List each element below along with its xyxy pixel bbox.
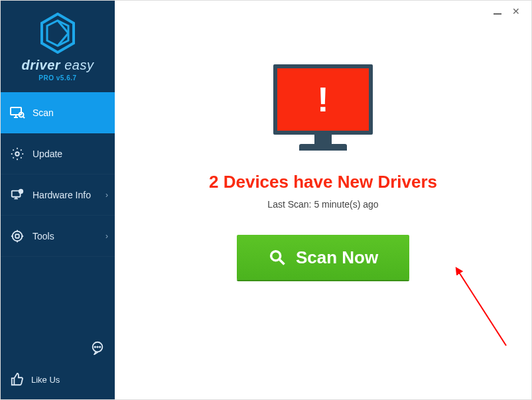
svg-rect-16 [15, 234, 19, 238]
sidebar-bottom-icons [1, 336, 115, 360]
svg-point-24 [100, 346, 100, 347]
sidebar-item-scan[interactable]: Scan [1, 92, 115, 133]
svg-marker-1 [47, 21, 68, 46]
hardware-info-icon: i [9, 186, 26, 204]
arrow-annotation [453, 266, 532, 352]
svg-point-23 [97, 346, 98, 347]
last-scan-label: Last Scan: 5 minute(s) ago [267, 199, 378, 210]
close-button[interactable] [510, 5, 522, 17]
sidebar-item-update[interactable]: Update [1, 133, 115, 174]
like-us-label: Like Us [31, 375, 60, 385]
chevron-right-icon: › [105, 232, 108, 241]
brand-logo-icon [39, 13, 76, 54]
window-controls [482, 1, 531, 22]
sidebar-item-label: Hardware Info [33, 190, 91, 200]
sidebar-item-hardware-info[interactable]: i Hardware Info › [1, 174, 115, 216]
sidebar-item-label: Update [33, 149, 62, 159]
thumbs-up-icon [9, 371, 26, 388]
chevron-right-icon: › [105, 190, 108, 200]
svg-line-8 [23, 117, 25, 118]
svg-point-9 [15, 152, 19, 156]
version-label: PRO v5.6.7 [1, 74, 115, 82]
sidebar-item-label: Scan [33, 107, 54, 118]
chat-icon[interactable] [90, 340, 105, 356]
scan-now-button[interactable]: Scan Now [237, 235, 409, 280]
gear-icon [9, 145, 26, 163]
status-heading: 2 Devices have New Drivers [209, 172, 437, 192]
svg-point-22 [95, 346, 96, 347]
brand-name: driver easy [1, 58, 115, 73]
monitor-search-icon [9, 104, 26, 121]
exclamation-icon: ! [317, 82, 328, 117]
alert-monitor-graphic: ! [273, 64, 373, 157]
search-icon [268, 248, 287, 267]
minimize-button[interactable] [492, 5, 503, 17]
sidebar-item-tools[interactable]: Tools › [1, 216, 115, 257]
tools-icon [9, 228, 26, 245]
sidebar-item-label: Tools [33, 231, 54, 241]
like-us-button[interactable]: Like Us [1, 360, 115, 399]
app-window: driver easy PRO v5.6.7 Scan [0, 0, 532, 400]
logo-block: driver easy PRO v5.6.7 [1, 1, 115, 88]
main-panel: ! 2 Devices have New Drivers Last Scan: … [115, 1, 531, 399]
sidebar: driver easy PRO v5.6.7 Scan [1, 1, 115, 399]
svg-point-15 [13, 231, 23, 241]
svg-line-32 [279, 260, 284, 265]
monitor-screen: ! [273, 64, 373, 135]
svg-line-34 [458, 271, 506, 346]
scan-button-label: Scan Now [296, 247, 378, 268]
sidebar-nav: Scan Update [1, 92, 115, 257]
svg-point-31 [271, 251, 281, 261]
